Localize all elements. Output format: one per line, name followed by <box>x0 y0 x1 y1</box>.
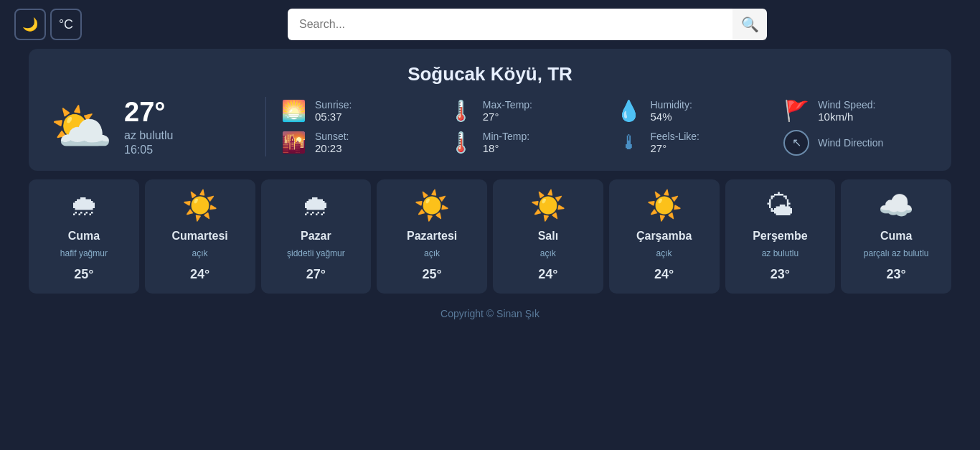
current-weather-icon: ⛅ <box>50 102 113 152</box>
feels-like-icon: 🌡 <box>616 131 642 154</box>
stats-grid: 🌅 Sunrise: 05:37 🌡️ Max-Temp: 27° 💧 Humi… <box>281 98 930 156</box>
forecast-card: ☀️ Çarşamba açık 24° <box>609 179 720 294</box>
humidity-icon: 💧 <box>616 99 642 123</box>
sunrise-value: 05:37 <box>315 111 352 123</box>
search-button[interactable]: 🔍 <box>732 9 767 40</box>
dark-mode-button[interactable]: 🌙 <box>14 9 46 40</box>
humidity-stat: 💧 Humidity: 54% <box>616 98 763 124</box>
forecast-desc: açık <box>540 248 556 258</box>
wind-speed-text: Wind Speed: 10km/h <box>818 99 875 123</box>
header-buttons: 🌙 °C <box>14 9 82 40</box>
forecast-day: Cumartesi <box>172 230 228 243</box>
forecast-temp: 23° <box>887 267 906 282</box>
min-temp-icon: 🌡️ <box>448 131 474 154</box>
current-weather-block: ⛅ 27° az bulutlu 16:05 <box>50 97 251 156</box>
max-temp-stat: 🌡️ Max-Temp: 27° <box>448 98 595 124</box>
forecast-desc: hafif yağmur <box>60 248 108 258</box>
forecast-day: Cuma <box>880 230 912 243</box>
forecast-icon: ☁️ <box>878 191 914 220</box>
feels-like-value: 27° <box>651 142 699 154</box>
min-temp-text: Min-Temp: 18° <box>483 131 529 154</box>
max-temp-icon: 🌡️ <box>448 99 474 123</box>
forecast-card: 🌤 Perşembe az bulutlu 23° <box>725 179 836 294</box>
wind-speed-value: 10km/h <box>818 111 875 123</box>
sunrise-label: Sunrise: <box>315 99 352 111</box>
forecast-card: ☀️ Cumartesi açık 24° <box>145 179 255 294</box>
vertical-divider <box>265 97 266 156</box>
forecast-temp: 24° <box>654 267 674 282</box>
forecast-card: 🌧 Pazar şiddetli yağmur 27° <box>261 179 372 294</box>
forecast-temp: 27° <box>306 267 326 282</box>
forecast-icon: 🌧 <box>301 191 330 220</box>
wind-speed-icon: 🚩 <box>783 99 809 123</box>
city-title: Soğucak Köyü, TR <box>50 63 930 85</box>
forecast-desc: açık <box>656 248 672 258</box>
forecast-card: ☁️ Cuma parçalı az bulutlu 23° <box>841 179 951 294</box>
sunset-icon: 🌇 <box>281 131 306 154</box>
forecast-temp: 25° <box>423 267 442 282</box>
header: 🌙 °C 🔍 <box>0 0 980 49</box>
forecast-desc: az bulutlu <box>762 248 798 258</box>
min-temp-value: 18° <box>483 142 529 154</box>
humidity-text: Humidity: 54% <box>651 99 692 123</box>
search-wrapper: 🔍 <box>89 9 966 40</box>
search-input[interactable] <box>288 9 732 40</box>
wind-direction-label: Wind Direction <box>818 137 883 149</box>
forecast-temp: 25° <box>74 267 93 282</box>
current-description: az bulutlu <box>124 129 174 142</box>
wind-direction-icon: ↖ <box>783 130 809 156</box>
current-time: 16:05 <box>124 144 174 156</box>
copyright-text: Copyright © Sinan Şık <box>440 308 540 319</box>
main-weather-card: Soğucak Köyü, TR ⛅ 27° az bulutlu 16:05 … <box>29 49 951 171</box>
forecast-temp: 24° <box>538 267 557 282</box>
forecast-desc: açık <box>192 248 208 258</box>
forecast-day: Pazartesi <box>407 230 457 243</box>
weather-main: ⛅ 27° az bulutlu 16:05 🌅 Sunrise: 05:37 … <box>50 97 930 156</box>
humidity-label: Humidity: <box>651 99 692 111</box>
current-weather-info: 27° az bulutlu 16:05 <box>124 97 174 156</box>
search-icon: 🔍 <box>741 16 759 33</box>
forecast-desc: açık <box>424 248 440 258</box>
sunset-label: Sunset: <box>315 131 349 142</box>
forecast-card: 🌧 Cuma hafif yağmur 25° <box>29 179 139 294</box>
forecast-icon: ☀️ <box>646 191 682 220</box>
feels-like-stat: 🌡 Feels-Like: 27° <box>616 130 763 156</box>
forecast-day: Cuma <box>68 230 100 243</box>
sunrise-text: Sunrise: 05:37 <box>315 99 352 123</box>
forecast-icon: 🌤 <box>765 191 794 220</box>
feels-like-label: Feels-Like: <box>651 131 699 142</box>
forecast-desc: parçalı az bulutlu <box>864 248 929 258</box>
max-temp-text: Max-Temp: 27° <box>483 99 532 123</box>
forecast-icon: ☀️ <box>414 191 450 220</box>
wind-speed-stat: 🚩 Wind Speed: 10km/h <box>783 98 930 124</box>
sunrise-stat: 🌅 Sunrise: 05:37 <box>281 98 427 124</box>
forecast-day: Pazar <box>301 230 331 243</box>
max-temp-label: Max-Temp: <box>483 99 532 111</box>
forecast-icon: ☀️ <box>530 191 566 220</box>
min-temp-stat: 🌡️ Min-Temp: 18° <box>448 130 595 156</box>
forecast-day: Perşembe <box>753 230 808 243</box>
forecast-desc: şiddetli yağmur <box>287 248 345 258</box>
forecast-card: ☀️ Pazartesi açık 25° <box>377 179 487 294</box>
forecast-row: 🌧 Cuma hafif yağmur 25° ☀️ Cumartesi açı… <box>29 179 951 294</box>
forecast-temp: 24° <box>190 267 209 282</box>
forecast-icon: ☀️ <box>182 191 218 220</box>
sunset-value: 20:23 <box>315 142 349 154</box>
min-temp-label: Min-Temp: <box>483 131 529 142</box>
current-temperature: 27° <box>124 97 174 128</box>
sunrise-icon: 🌅 <box>281 99 306 123</box>
footer: Copyright © Sinan Şık <box>0 296 980 331</box>
forecast-day: Salı <box>538 230 558 243</box>
celsius-button[interactable]: °C <box>50 9 82 40</box>
humidity-value: 54% <box>651 111 692 123</box>
sunset-stat: 🌇 Sunset: 20:23 <box>281 130 427 156</box>
forecast-card: ☀️ Salı açık 24° <box>493 179 603 294</box>
forecast-icon: 🌧 <box>70 191 98 220</box>
wind-direction-text: Wind Direction <box>818 137 883 149</box>
feels-like-text: Feels-Like: 27° <box>651 131 699 154</box>
forecast-day: Çarşamba <box>636 230 692 243</box>
sunset-text: Sunset: 20:23 <box>315 131 349 154</box>
wind-speed-label: Wind Speed: <box>818 99 875 111</box>
max-temp-value: 27° <box>483 111 532 123</box>
forecast-temp: 23° <box>771 267 790 282</box>
